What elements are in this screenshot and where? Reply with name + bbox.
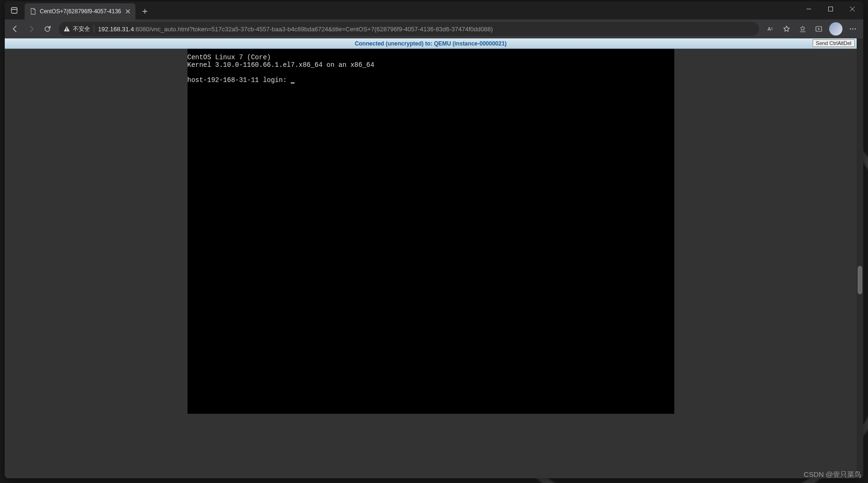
warning-icon xyxy=(63,26,70,32)
vnc-console[interactable]: CentOS Linux 7 (Core) Kernel 3.10.0-1160… xyxy=(188,49,674,414)
address-divider xyxy=(94,25,94,33)
browser-tab-active[interactable]: CentOS+7(628796f9-4057-4136 xyxy=(25,3,135,19)
scrollbar-thumb[interactable] xyxy=(858,266,862,294)
toolbar-right: A)) xyxy=(763,21,860,36)
send-ctrlaltdel-button[interactable]: Send CtrlAltDel xyxy=(813,39,855,47)
favorites-menu-button[interactable] xyxy=(795,21,810,36)
window-minimize-button[interactable] xyxy=(798,1,820,17)
forward-button[interactable] xyxy=(24,21,39,36)
console-cursor-icon xyxy=(291,82,295,83)
favorite-button[interactable] xyxy=(779,21,794,36)
console-output: CentOS Linux 7 (Core) Kernel 3.10.0-1160… xyxy=(188,54,674,84)
scrollbar-track[interactable] xyxy=(857,38,863,478)
window-maximize-button[interactable] xyxy=(820,1,841,17)
url-text: 192.168.31.4:6080/vnc_auto.html?token=51… xyxy=(98,26,493,33)
tab-close-button[interactable] xyxy=(124,8,132,15)
security-label: 不安全 xyxy=(73,25,90,33)
browser-titlebar: CentOS+7(628796f9-4057-4136 xyxy=(5,1,863,19)
tab-actions-button[interactable] xyxy=(5,1,24,19)
address-bar[interactable]: 不安全 192.168.31.4:6080/vnc_auto.html?toke… xyxy=(59,22,759,36)
svg-point-7 xyxy=(852,28,853,29)
console-line-1: CentOS Linux 7 (Core) xyxy=(188,54,271,61)
watermark-text: CSDN @壹只菜鸟 xyxy=(804,470,861,479)
settings-more-button[interactable] xyxy=(845,21,860,36)
console-login-prompt: host-192-168-31-11 login: xyxy=(188,76,291,84)
url-host: 192.168.31.4 xyxy=(98,26,134,33)
tab-favicon-document-icon xyxy=(29,8,37,15)
browser-content: Connected (unencrypted) to: QEMU (instan… xyxy=(5,38,863,478)
refresh-button[interactable] xyxy=(40,21,55,36)
url-path: :6080/vnc_auto.html?token=517c32a5-37cb-… xyxy=(134,26,493,33)
tab-title: CentOS+7(628796f9-4057-4136 xyxy=(40,8,121,15)
profile-avatar[interactable] xyxy=(829,22,842,36)
svg-text:)): )) xyxy=(771,27,773,30)
back-button[interactable] xyxy=(8,21,23,36)
vnc-console-wrapper: CentOS Linux 7 (Core) Kernel 3.10.0-1160… xyxy=(5,49,857,414)
browser-toolbar: 不安全 192.168.31.4:6080/vnc_auto.html?toke… xyxy=(5,19,863,38)
new-tab-button[interactable] xyxy=(138,5,152,18)
vnc-status-text: Connected (unencrypted) to: QEMU (instan… xyxy=(355,40,507,47)
console-line-2: Kernel 3.10.0-1160.66.1.el7.x86_64 on an… xyxy=(188,61,375,69)
svg-point-6 xyxy=(850,28,851,29)
svg-rect-2 xyxy=(829,7,833,11)
window-controls xyxy=(798,1,863,17)
collections-button[interactable] xyxy=(811,21,826,36)
svg-text:A: A xyxy=(768,27,771,32)
read-aloud-button[interactable]: A)) xyxy=(763,21,778,36)
window-close-button[interactable] xyxy=(841,1,863,17)
svg-rect-0 xyxy=(11,8,17,13)
vnc-status-bar: Connected (unencrypted) to: QEMU (instan… xyxy=(5,38,857,49)
security-indicator[interactable]: 不安全 xyxy=(63,25,90,33)
svg-point-8 xyxy=(855,28,856,29)
browser-window: CentOS+7(628796f9-4057-4136 xyxy=(5,1,863,478)
